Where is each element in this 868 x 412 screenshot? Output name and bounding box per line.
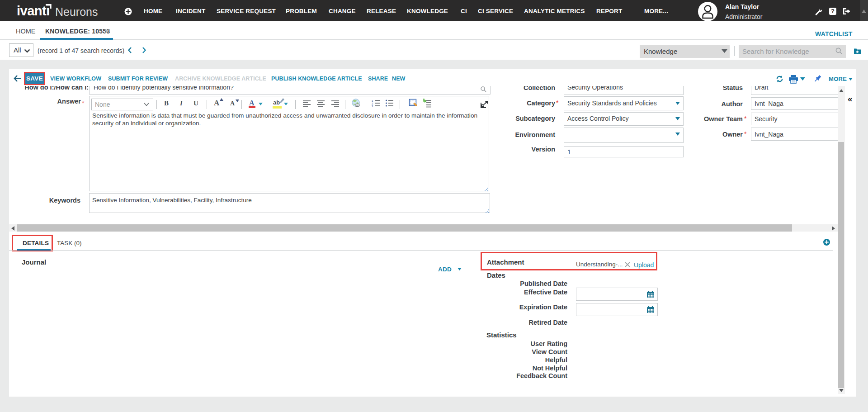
svg-text:3: 3 (372, 105, 373, 108)
